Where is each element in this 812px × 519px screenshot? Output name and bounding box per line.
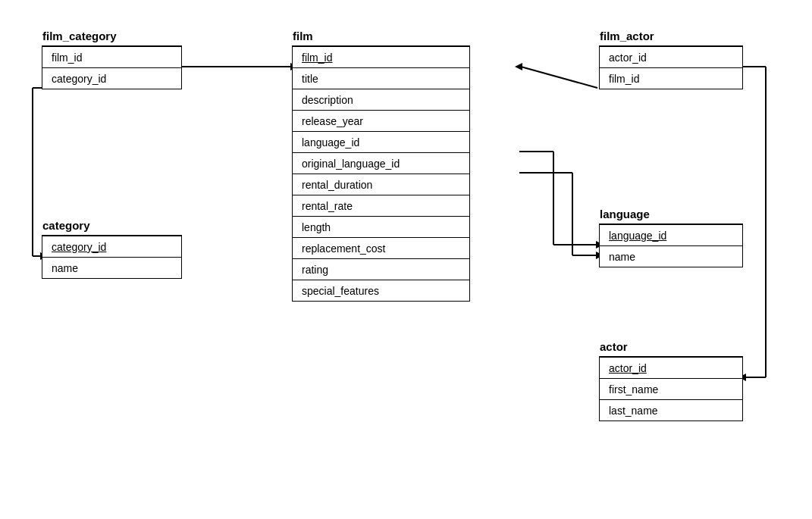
field-film-category-film-id: film_id: [42, 46, 181, 67]
table-actor: actor actor_id first_name last_name: [599, 356, 743, 421]
field-film-release-year: release_year: [293, 110, 469, 131]
field-film-rating: rating: [293, 258, 469, 280]
erd-diagram: film_category film_id category_id film f…: [0, 0, 812, 519]
field-language-language-id: language_id: [600, 224, 742, 245]
field-film-special-features: special_features: [293, 280, 469, 301]
field-film-actor-actor-id: actor_id: [600, 46, 742, 67]
field-film-rental-duration: rental_duration: [293, 174, 469, 195]
table-category: category category_id name: [42, 235, 182, 279]
field-film-film-id: film_id: [293, 46, 469, 67]
field-film-actor-film-id: film_id: [600, 67, 742, 89]
field-film-original-language-id: original_language_id: [293, 152, 469, 174]
table-language-title: language: [600, 205, 650, 225]
field-language-name: name: [600, 245, 742, 267]
svg-marker-3: [515, 63, 522, 70]
field-actor-first-name: first_name: [600, 378, 742, 399]
table-actor-title: actor: [600, 337, 628, 358]
table-film-category: film_category film_id category_id: [42, 45, 182, 89]
field-category-name: name: [42, 257, 181, 278]
field-film-length: length: [293, 216, 469, 237]
svg-line-2: [521, 67, 597, 88]
table-film: film film_id title description release_y…: [292, 45, 470, 302]
field-film-replacement-cost: replacement_cost: [293, 237, 469, 258]
table-film-category-title: film_category: [42, 27, 117, 47]
table-film-actor: film_actor actor_id film_id: [599, 45, 743, 89]
table-language: language language_id name: [599, 224, 743, 267]
table-category-title: category: [42, 216, 90, 236]
field-film-category-category-id: category_id: [42, 67, 181, 89]
table-film-title: film: [293, 27, 313, 47]
field-category-category-id: category_id: [42, 236, 181, 257]
field-film-title: title: [293, 67, 469, 89]
field-film-language-id: language_id: [293, 131, 469, 152]
field-actor-actor-id: actor_id: [600, 357, 742, 378]
field-film-rental-rate: rental_rate: [293, 195, 469, 216]
field-actor-last-name: last_name: [600, 399, 742, 421]
field-film-description: description: [293, 89, 469, 110]
table-film-actor-title: film_actor: [600, 27, 654, 47]
